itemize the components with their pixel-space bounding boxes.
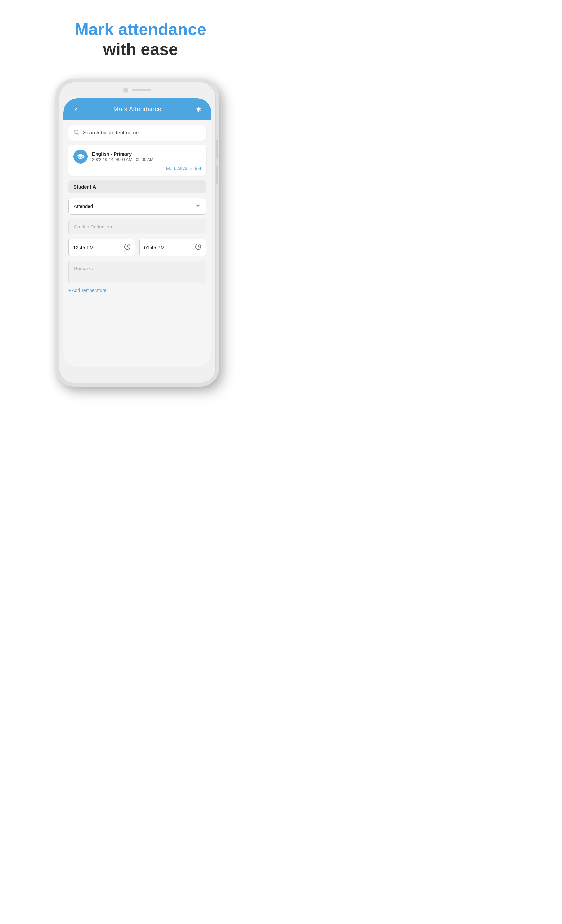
svg-line-1: [77, 133, 78, 134]
phone-shell: ‹ Mark Attendance ✱ Search by student na…: [55, 79, 219, 387]
phone-mockup: ‹ Mark Attendance ✱ Search by student na…: [55, 79, 225, 393]
class-card: English - Primary 2022-10-14 08:00 AM - …: [68, 145, 206, 176]
class-time: 2022-10-14 08:00 AM - 09:00 AM: [92, 157, 154, 162]
start-time-value: 12:45 PM: [73, 245, 94, 250]
hero-line2: with ease: [75, 39, 206, 59]
phone-camera: [123, 88, 128, 93]
student-name: Student A: [73, 184, 201, 190]
hero-line1: Mark attendance: [75, 19, 206, 39]
app-header: ‹ Mark Attendance ✱: [63, 99, 211, 120]
start-time-picker[interactable]: 12:45 PM: [68, 239, 135, 256]
search-placeholder: Search by student name: [83, 130, 139, 136]
phone-top-bar: [123, 88, 151, 93]
search-bar[interactable]: Search by student name: [68, 126, 206, 141]
mark-all-attended-button[interactable]: Mark All Attended: [73, 166, 201, 171]
search-icon: [73, 129, 79, 136]
chevron-down-icon: [195, 203, 201, 210]
attendance-dropdown[interactable]: Attended: [68, 198, 206, 214]
attendance-value: Attended: [74, 203, 93, 209]
remarks-placeholder: Remarks: [74, 266, 201, 271]
phone-speaker: [132, 89, 151, 92]
class-info-row: English - Primary 2022-10-14 08:00 AM - …: [73, 150, 201, 164]
student-section: Student A: [68, 180, 206, 194]
clock-icon-start: [124, 243, 130, 252]
remarks-field[interactable]: Remarks: [68, 261, 206, 283]
class-icon: [73, 150, 88, 164]
phone-volume-up: [216, 140, 218, 159]
app-content: Search by student name English - Primary…: [63, 120, 211, 367]
phone-volume-down: [216, 165, 218, 184]
add-temperature-button[interactable]: + Add Temperature: [68, 288, 206, 293]
time-row: 12:45 PM 01:45 PM: [68, 239, 206, 256]
credits-placeholder: Credits Deduction: [74, 224, 201, 230]
back-button[interactable]: ‹: [71, 105, 81, 114]
phone-screen: ‹ Mark Attendance ✱ Search by student na…: [63, 99, 211, 367]
hero-section: Mark attendance with ease: [75, 19, 206, 59]
class-details: English - Primary 2022-10-14 08:00 AM - …: [92, 151, 154, 162]
credits-deduction-field[interactable]: Credits Deduction: [68, 219, 206, 234]
class-name: English - Primary: [92, 151, 154, 157]
clock-icon-end: [195, 243, 201, 252]
end-time-value: 01:45 PM: [144, 245, 165, 250]
bluetooth-icon[interactable]: ✱: [193, 105, 204, 113]
end-time-picker[interactable]: 01:45 PM: [139, 239, 206, 256]
app-title: Mark Attendance: [113, 105, 161, 113]
